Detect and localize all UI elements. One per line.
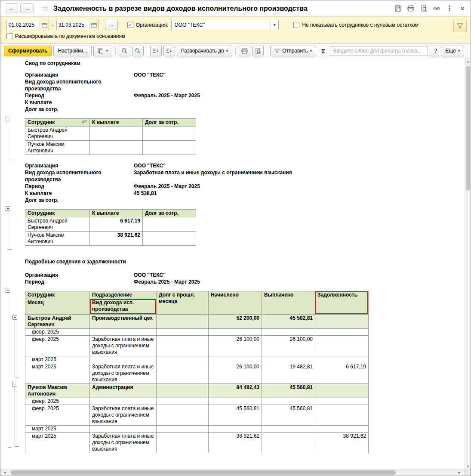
- prev-debt-cell[interactable]: [157, 336, 209, 356]
- accrued-cell[interactable]: [209, 329, 262, 336]
- vertical-scrollbar[interactable]: ▲ ▼: [465, 58, 471, 469]
- period-options-button[interactable]: ...: [105, 20, 118, 30]
- refresh-search-button[interactable]: [132, 46, 144, 56]
- column-header-employee[interactable]: Сотрудник: [25, 210, 90, 217]
- debt-cell[interactable]: 6 617,19: [315, 363, 369, 384]
- organization-select[interactable]: ООО "ТЕКС" ▼: [171, 20, 279, 30]
- prev-debt-cell[interactable]: [157, 426, 209, 433]
- prev-debt-cell[interactable]: [157, 329, 209, 336]
- to-pay-cell[interactable]: [90, 141, 143, 155]
- employee-cell[interactable]: Быстров Андрей Сергеевич: [25, 315, 90, 329]
- month-cell[interactable]: февр. 2025: [25, 336, 90, 356]
- accrued-cell[interactable]: 38 921,62: [209, 433, 262, 453]
- column-header-debt[interactable]: Долг за сотр.: [143, 210, 196, 217]
- forward-button[interactable]: →: [20, 3, 34, 13]
- to-pay-cell[interactable]: 6 617,19: [90, 217, 143, 232]
- explain-by-docs-checkbox[interactable]: [6, 33, 12, 39]
- generate-button[interactable]: Сформировать: [4, 46, 52, 56]
- horizontal-scroll-thumb[interactable]: [11, 470, 396, 475]
- paid-cell[interactable]: 45 560,81: [262, 405, 315, 426]
- debt-cell[interactable]: [315, 329, 369, 336]
- organization-checkbox[interactable]: ✓: [127, 22, 133, 28]
- department-cell[interactable]: Производственный цех: [90, 315, 157, 329]
- column-header-prev-debt[interactable]: Долг с прошл. месяца: [157, 291, 209, 315]
- paid-cell[interactable]: [262, 329, 315, 336]
- group-collapse-toggle[interactable]: [6, 117, 10, 121]
- employee-cell[interactable]: Быстров Андрей Сергеевич: [25, 127, 90, 141]
- paid-cell[interactable]: 19 482,81: [262, 363, 315, 384]
- favorite-star-icon[interactable]: ☆: [42, 3, 49, 13]
- column-header-to-pay[interactable]: К выплате: [90, 210, 143, 217]
- debt-cell[interactable]: [315, 336, 369, 356]
- employee-cell[interactable]: Пучков Максим Антонович: [25, 141, 90, 155]
- column-header-employee[interactable]: Сотрудник: [25, 119, 90, 127]
- income-type-cell[interactable]: Заработная плата и иные доходы с огранич…: [90, 336, 157, 356]
- prev-debt-cell[interactable]: [157, 315, 209, 329]
- vertical-scroll-thumb[interactable]: [466, 66, 470, 191]
- paid-cell[interactable]: [262, 433, 315, 453]
- more-button[interactable]: Ещё ▾: [441, 46, 464, 56]
- column-header-accrued[interactable]: Начислено: [209, 291, 262, 315]
- debt-cell[interactable]: [315, 426, 369, 433]
- to-pay-cell[interactable]: 38 921,62: [90, 232, 143, 246]
- accrued-cell[interactable]: [209, 426, 262, 433]
- month-cell[interactable]: март 2025: [25, 356, 90, 363]
- close-icon[interactable]: ✕: [459, 5, 466, 12]
- debt-cell[interactable]: [143, 141, 196, 155]
- column-header-paid[interactable]: Выплачено: [262, 291, 315, 315]
- paid-cell[interactable]: 45 560,81: [262, 384, 315, 398]
- prev-debt-cell[interactable]: [157, 356, 209, 363]
- prev-debt-cell[interactable]: [157, 433, 209, 453]
- debt-cell[interactable]: [143, 232, 196, 246]
- scroll-right-icon[interactable]: ▶: [456, 470, 463, 476]
- column-header-debt[interactable]: Долг за сотр.: [143, 119, 196, 127]
- month-cell[interactable]: февр. 2025: [25, 329, 90, 336]
- accrued-cell[interactable]: 84 482,43: [209, 384, 262, 398]
- department-cell[interactable]: Администрация: [90, 384, 157, 398]
- save-icon[interactable]: [394, 5, 402, 12]
- accrued-cell[interactable]: 26 100,00: [209, 336, 262, 356]
- hide-zero-checkbox[interactable]: [293, 22, 299, 28]
- income-type-cell[interactable]: [90, 398, 157, 405]
- accrued-cell[interactable]: 26 100,00: [209, 363, 262, 384]
- send-button[interactable]: Отправить ▾: [270, 46, 316, 56]
- print-button[interactable]: [239, 46, 250, 56]
- group-collapse-toggle[interactable]: [12, 315, 17, 320]
- group-collapse-toggle[interactable]: [6, 206, 10, 211]
- get-link-icon[interactable]: [433, 5, 440, 12]
- paid-cell[interactable]: 26 100,00: [262, 336, 315, 356]
- horizontal-scrollbar[interactable]: ◀ ▶: [0, 469, 471, 476]
- find-button[interactable]: [119, 46, 130, 56]
- help-button[interactable]: ?: [430, 46, 439, 56]
- filter-settings-button[interactable]: [453, 20, 467, 32]
- income-type-cell[interactable]: Заработная плата и иные доходы с огранич…: [90, 363, 157, 384]
- debt-cell[interactable]: [315, 384, 369, 398]
- accrued-cell[interactable]: [209, 398, 262, 405]
- preview-button[interactable]: [252, 46, 264, 56]
- column-header-income-type-highlighted[interactable]: Вид дохода исп. производства: [90, 299, 157, 315]
- calendar-icon[interactable]: [40, 20, 49, 30]
- prev-debt-cell[interactable]: [157, 398, 209, 405]
- settings-variants-button[interactable]: ▾: [93, 46, 112, 56]
- more-menu-icon[interactable]: ⋮: [446, 5, 453, 12]
- paid-cell[interactable]: [262, 356, 315, 363]
- column-header-to-pay[interactable]: К выплате: [90, 119, 143, 127]
- scroll-left-icon[interactable]: ◀: [1, 470, 8, 476]
- income-type-cell[interactable]: [90, 426, 157, 433]
- prev-debt-cell[interactable]: [157, 363, 209, 384]
- group-collapse-toggle[interactable]: [12, 382, 17, 386]
- income-type-cell[interactable]: Заработная плата и иные доходы с огранич…: [90, 405, 157, 426]
- accrued-cell[interactable]: 52 200,00: [209, 315, 262, 329]
- income-type-cell[interactable]: [90, 356, 157, 363]
- autosum-button[interactable]: Σ: [318, 46, 328, 56]
- paid-cell[interactable]: [262, 398, 315, 405]
- employee-cell[interactable]: Пучков Максим Антонович: [25, 384, 90, 398]
- scroll-down-icon[interactable]: ▼: [465, 463, 471, 469]
- expand-to-button[interactable]: Разворачивать до ▾: [177, 46, 233, 56]
- settings-button[interactable]: Настройки...: [53, 46, 92, 56]
- debt-cell[interactable]: [315, 405, 369, 426]
- income-type-cell[interactable]: [90, 329, 157, 336]
- filter-word-input[interactable]: [330, 46, 428, 56]
- employee-cell[interactable]: Пучков Максим Антонович: [25, 232, 90, 246]
- debt-cell[interactable]: [143, 127, 196, 141]
